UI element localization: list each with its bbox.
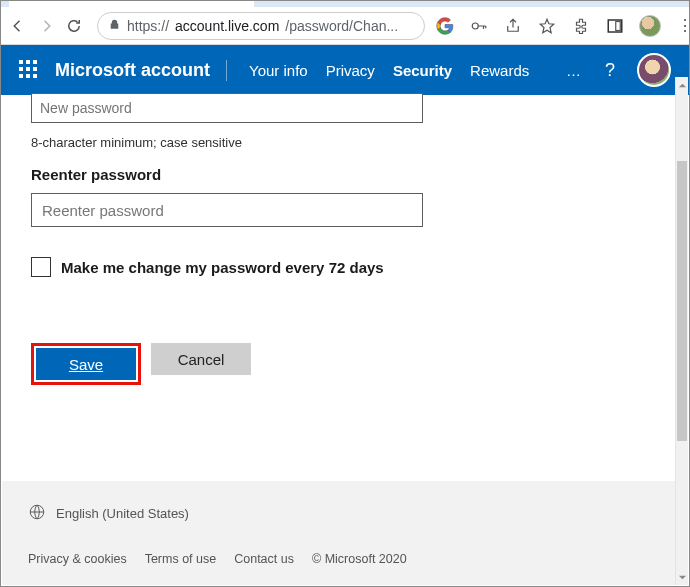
new-tab-button[interactable]: +: [260, 0, 288, 5]
nav-more-icon[interactable]: …: [566, 62, 583, 79]
svg-rect-11: [26, 74, 30, 78]
lock-icon: [108, 18, 121, 34]
footer-contact-link[interactable]: Contact us: [234, 552, 294, 566]
new-password-input[interactable]: [31, 93, 423, 123]
language-selector[interactable]: English (United States): [56, 506, 189, 521]
url-box[interactable]: https://account.live.com/password/Chan..…: [97, 12, 425, 40]
star-icon[interactable]: [537, 16, 557, 36]
svg-rect-4: [19, 60, 23, 64]
vertical-scrollbar[interactable]: [675, 77, 688, 585]
url-protocol: https://: [127, 18, 169, 34]
reenter-password-input[interactable]: [31, 193, 423, 227]
browser-addressbar: https://account.live.com/password/Chan..…: [1, 7, 689, 45]
footer-terms-link[interactable]: Terms of use: [145, 552, 217, 566]
svg-rect-7: [19, 67, 23, 71]
save-highlight-box: Save: [31, 343, 141, 385]
profile-avatar-icon[interactable]: [639, 15, 661, 37]
svg-rect-5: [26, 60, 30, 64]
scroll-thumb[interactable]: [677, 161, 687, 441]
footer-copyright: © Microsoft 2020: [312, 552, 407, 566]
brand-title[interactable]: Microsoft account: [55, 60, 227, 81]
nav-back-button[interactable]: [9, 15, 27, 37]
nav-your-info[interactable]: Your info: [249, 62, 308, 79]
site-header: Microsoft account Your info Privacy Secu…: [1, 45, 689, 95]
footer-privacy-link[interactable]: Privacy & cookies: [28, 552, 127, 566]
panel-icon[interactable]: [605, 16, 625, 36]
svg-rect-10: [19, 74, 23, 78]
svg-rect-12: [33, 74, 37, 78]
save-button[interactable]: Save: [36, 348, 136, 380]
nav-rewards[interactable]: Rewards: [470, 62, 529, 79]
svg-rect-3: [616, 21, 621, 30]
globe-icon[interactable]: [28, 503, 46, 524]
app-launcher-icon[interactable]: [19, 60, 37, 81]
svg-rect-6: [33, 60, 37, 64]
reenter-label: Reenter password: [31, 166, 659, 183]
page-footer: English (United States) Privacy & cookie…: [2, 481, 675, 585]
nav-security[interactable]: Security: [393, 62, 452, 79]
force-change-label: Make me change my password every 72 days: [61, 259, 384, 276]
browser-tabstrip: Change your password × +: [1, 0, 689, 7]
page-content: 8-character minimum; case sensitive Reen…: [1, 95, 689, 451]
account-avatar[interactable]: [637, 53, 671, 87]
google-search-icon[interactable]: [435, 16, 455, 36]
svg-rect-9: [33, 67, 37, 71]
nav-forward-button[interactable]: [37, 15, 55, 37]
help-icon[interactable]: ?: [605, 60, 615, 81]
cancel-button[interactable]: Cancel: [151, 343, 251, 375]
password-hint: 8-character minimum; case sensitive: [31, 135, 659, 150]
url-path: /password/Chan...: [285, 18, 398, 34]
browser-menu-icon[interactable]: ⋮: [675, 16, 690, 36]
nav-privacy[interactable]: Privacy: [326, 62, 375, 79]
extensions-icon[interactable]: [571, 16, 591, 36]
key-icon[interactable]: [469, 16, 489, 36]
force-change-checkbox[interactable]: [31, 257, 51, 277]
scroll-up-arrow[interactable]: [676, 77, 688, 93]
nav-reload-button[interactable]: [65, 15, 83, 37]
browser-tab[interactable]: Change your password ×: [9, 0, 254, 7]
url-host: account.live.com: [175, 18, 279, 34]
svg-rect-8: [26, 67, 30, 71]
share-icon[interactable]: [503, 16, 523, 36]
svg-point-1: [472, 23, 478, 29]
scroll-down-arrow[interactable]: [676, 569, 688, 585]
